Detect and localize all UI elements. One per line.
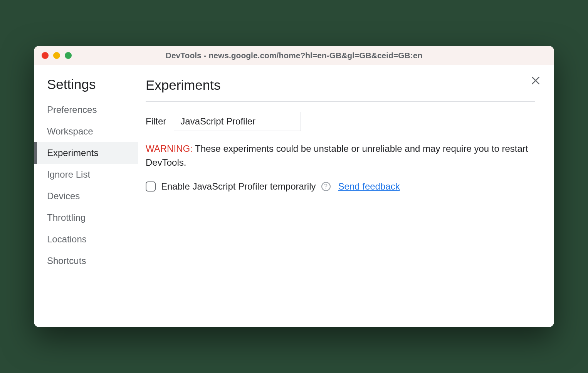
- warning-text: WARNING: These experiments could be unst…: [146, 142, 535, 170]
- help-icon[interactable]: ?: [321, 182, 331, 191]
- close-settings-button[interactable]: [529, 74, 543, 87]
- maximize-window-button[interactable]: [65, 52, 72, 59]
- close-icon: [531, 76, 541, 86]
- experiment-checkbox[interactable]: [146, 181, 156, 192]
- sidebar-item-locations[interactable]: Locations: [34, 229, 138, 250]
- filter-input[interactable]: [174, 112, 301, 131]
- experiment-label: Enable JavaScript Profiler temporarily: [161, 181, 316, 192]
- settings-content: Settings Preferences Workspace Experimen…: [34, 65, 554, 327]
- sidebar-item-preferences[interactable]: Preferences: [34, 99, 138, 121]
- warning-body: These experiments could be unstable or u…: [146, 143, 528, 168]
- sidebar-title: Settings: [34, 77, 138, 99]
- minimize-window-button[interactable]: [53, 52, 60, 59]
- settings-main: Experiments Filter WARNING: These experi…: [138, 65, 554, 327]
- sidebar-item-shortcuts[interactable]: Shortcuts: [34, 250, 138, 272]
- main-title: Experiments: [146, 77, 535, 102]
- sidebar-item-workspace[interactable]: Workspace: [34, 121, 138, 142]
- sidebar-item-experiments[interactable]: Experiments: [34, 142, 138, 164]
- close-window-button[interactable]: [42, 52, 49, 59]
- traffic-lights: [42, 52, 72, 59]
- warning-prefix: WARNING:: [146, 143, 193, 154]
- sidebar-items: Preferences Workspace Experiments Ignore…: [34, 99, 138, 272]
- experiment-row: Enable JavaScript Profiler temporarily ?…: [146, 181, 535, 192]
- send-feedback-link[interactable]: Send feedback: [338, 181, 400, 192]
- titlebar: DevTools - news.google.com/home?hl=en-GB…: [34, 46, 554, 65]
- sidebar-item-throttling[interactable]: Throttling: [34, 207, 138, 229]
- filter-row: Filter: [146, 112, 535, 131]
- window-title: DevTools - news.google.com/home?hl=en-GB…: [34, 51, 554, 60]
- sidebar-item-devices[interactable]: Devices: [34, 185, 138, 207]
- settings-sidebar: Settings Preferences Workspace Experimen…: [34, 65, 138, 327]
- devtools-window: DevTools - news.google.com/home?hl=en-GB…: [34, 46, 554, 327]
- sidebar-item-ignore-list[interactable]: Ignore List: [34, 164, 138, 185]
- filter-label: Filter: [146, 116, 166, 127]
